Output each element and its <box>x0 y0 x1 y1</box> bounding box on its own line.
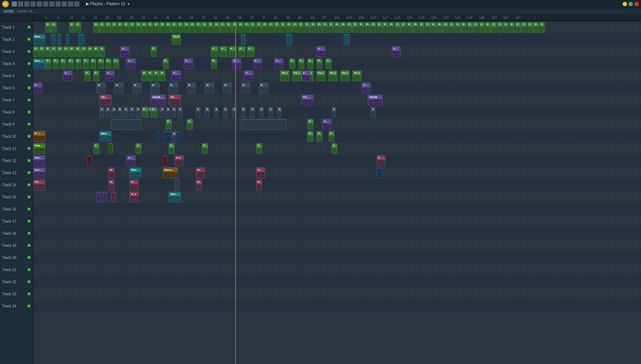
clip-4-254[interactable]: V_49 <box>126 58 136 69</box>
clip-4-0[interactable]: Massi_velope <box>33 58 45 69</box>
clip-1-689[interactable]: Pa..5 <box>286 22 292 33</box>
clip-1-33[interactable]: Pa..5 <box>45 22 51 33</box>
clip-2-566[interactable] <box>241 34 246 45</box>
clip-13-262[interactable]: Mass_elope <box>129 167 142 178</box>
track-header-17[interactable]: Track 17 <box>0 215 33 227</box>
clip-1-1033[interactable]: Pa..7 <box>413 22 418 33</box>
clip-7-320[interactable]: VDUB_elope <box>151 95 166 105</box>
clip-1-771[interactable]: Pa..7 <box>316 22 322 33</box>
clip-5-672[interactable]: Pa.1 <box>280 71 289 81</box>
clip-1-1328[interactable]: Pa..3 <box>521 22 527 33</box>
clip-5-771[interactable]: Pa.1 <box>316 71 326 81</box>
clip-5-82[interactable]: V_49 <box>63 71 72 81</box>
track-header-18[interactable]: Track 18 <box>0 227 33 239</box>
clip-12-0[interactable]: Aural_lope <box>33 155 45 166</box>
clip-8-517[interactable]: 3 <box>223 107 228 118</box>
clip-6-0[interactable]: V_49 <box>33 83 42 93</box>
clip-1-590[interactable]: Pa..1 <box>250 22 255 33</box>
track-row-11[interactable]: Plati_nvelopePa.5Pa.2Pa..Pa.2Pa.2Pa.7 <box>33 143 641 155</box>
clip-4-156[interactable]: Pa.7 <box>90 58 96 69</box>
track-header-8[interactable]: Track 8 <box>0 106 33 118</box>
clip-11-812[interactable]: Pa.7 <box>332 143 337 154</box>
clip-4-53[interactable]: Pa.7 <box>53 58 58 69</box>
clip-8-320[interactable]: Pa.5 <box>151 107 157 118</box>
tool-undo[interactable] <box>49 1 54 7</box>
track-header-12[interactable]: Track 12 <box>0 155 33 167</box>
clip-2-0[interactable]: Massi_velope <box>33 34 45 45</box>
clip-1-968[interactable]: Pa..7 <box>389 22 394 33</box>
track-header-13[interactable]: Track 13 <box>0 167 33 179</box>
clip-8-180[interactable]: 3 <box>99 107 104 118</box>
clip-8-230[interactable]: 3 <box>118 107 122 118</box>
track-row-19[interactable] <box>33 239 641 252</box>
clip-1-705[interactable]: Pa..7 <box>292 22 298 33</box>
clip-4-722[interactable]: Pa.7 <box>298 58 304 69</box>
clip-3-0[interactable]: Pa.4 <box>33 46 39 57</box>
clip-3-320[interactable]: Pa.0 <box>151 46 157 57</box>
clip-1-230[interactable]: Pa..5 <box>118 22 123 33</box>
clip-6-418[interactable]: H <box>187 83 196 93</box>
clip-1-1132[interactable]: Pa..3 <box>449 22 455 33</box>
clip-1-640[interactable]: Pa..7 <box>268 22 274 33</box>
clip-1-1312[interactable]: Pa..1 <box>515 22 521 33</box>
clip-1-164[interactable]: Pa..5 <box>93 22 99 33</box>
track-header-1[interactable]: Track 1 <box>0 21 33 33</box>
clip-1-902[interactable]: Pa..7 <box>365 22 370 33</box>
clip-11-164[interactable]: Pa.5 <box>93 143 99 154</box>
track-header-9[interactable]: Track 9 <box>0 118 33 130</box>
track-row-16[interactable] <box>33 203 641 215</box>
clip-1-1378[interactable]: Pa..1 <box>540 22 545 33</box>
clip-3-582[interactable]: Pa.4 <box>247 46 255 57</box>
tool-redo[interactable] <box>55 1 61 7</box>
clip-1-344[interactable]: Pa..3 <box>160 22 165 33</box>
clip-9-361[interactable]: Pa.1 <box>166 119 172 130</box>
clip-1-787[interactable]: Pa..1 <box>322 22 328 33</box>
tool-arrow[interactable] <box>12 1 17 7</box>
track-row-10[interactable]: PI_lopeMassi_velp3Pa.7Pa.4Pa.. <box>33 130 641 143</box>
clip-3-164[interactable]: Pa.4 <box>93 46 99 57</box>
close-button[interactable] <box>634 2 639 6</box>
clip-3-115[interactable]: Pa.4 <box>75 46 81 57</box>
clip-3-98[interactable]: Pa.4 <box>69 46 75 57</box>
clip-13-935[interactable] <box>377 167 383 178</box>
track-row-17[interactable] <box>33 215 641 227</box>
tab-chan[interactable]: CHAN <box>17 10 27 13</box>
clip-5-295[interactable]: Pa.1 <box>142 71 147 81</box>
clip-1-98[interactable]: Pa..5 <box>69 22 75 33</box>
clip-11-205[interactable] <box>108 143 113 154</box>
clip-1-1296[interactable]: Pa..7 <box>509 22 515 33</box>
clip-1-1082[interactable]: Pa..5 <box>431 22 436 33</box>
clip-5-164[interactable]: Pa.0 <box>93 71 99 81</box>
clip-1-312[interactable]: Pa..7 <box>148 22 153 33</box>
clip-4-541[interactable]: V_49 <box>232 58 241 69</box>
tab-pl[interactable]: PL... <box>29 10 36 13</box>
clip-3-16[interactable]: Pa.4 <box>39 46 44 57</box>
minimize-button[interactable] <box>623 2 627 6</box>
track-header-19[interactable]: Track 19 <box>0 239 33 252</box>
clip-1-49[interactable]: Pa..7 <box>51 22 57 33</box>
clip-9-746[interactable]: Pa.4 <box>307 119 313 130</box>
clip-2-845[interactable] <box>344 34 350 45</box>
track-header-24[interactable]: Track 24 <box>0 300 33 312</box>
clip-5-836[interactable]: Pa.1 <box>340 71 350 81</box>
clip-1-541[interactable]: Pa..3 <box>232 22 237 33</box>
clip-1-1345[interactable]: Pa..5 <box>527 22 533 33</box>
clip-14-0[interactable]: VDU_elope <box>33 180 45 190</box>
clip-5-328[interactable]: Pa.1 <box>154 71 159 81</box>
clip-1-213[interactable]: Pa..3 <box>111 22 117 33</box>
clip-5-139[interactable]: Pa.0 <box>84 71 90 81</box>
clip-7-180[interactable]: VDU_elope <box>99 95 111 105</box>
dropdown-arrow[interactable]: ▼ <box>126 2 130 6</box>
clip-1-476[interactable]: Pa..3 <box>208 22 214 33</box>
clip-1-656[interactable]: Pa..1 <box>274 22 280 33</box>
clip-8-197[interactable]: 3 <box>105 107 110 118</box>
track-header-14[interactable]: Track 14 <box>0 179 33 191</box>
tool-paint[interactable] <box>31 1 36 7</box>
clip-8-541[interactable]: 3 <box>232 107 236 118</box>
clip-8-492[interactable]: 3 <box>214 107 218 118</box>
clip-5-377[interactable]: V_49 <box>172 71 181 81</box>
clip-1-869[interactable]: Pa..3 <box>352 22 358 33</box>
track-header-16[interactable]: Track 16 <box>0 203 33 215</box>
clip-1-804[interactable]: Pa..3 <box>329 22 334 33</box>
clip-10-336[interactable] <box>157 131 160 142</box>
